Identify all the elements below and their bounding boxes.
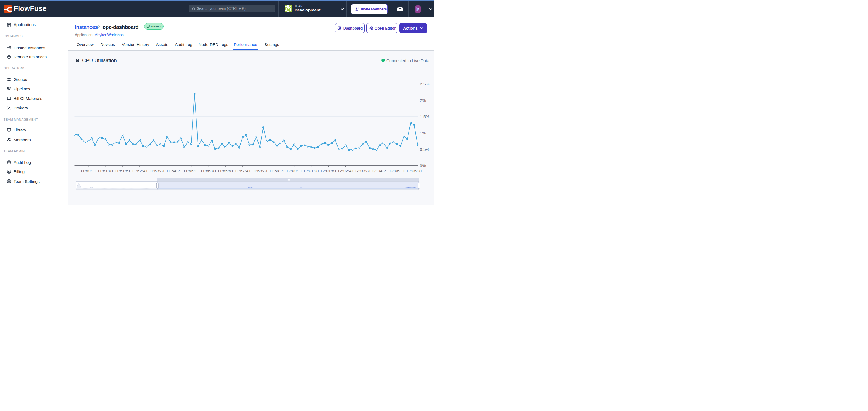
svg-text:11:53:31: 11:53:31 <box>149 169 165 173</box>
svg-text:11:57:41: 11:57:41 <box>235 169 251 173</box>
svg-text:12:01:51: 12:01:51 <box>320 169 337 173</box>
svg-text:2%: 2% <box>420 98 426 103</box>
svg-text:1%: 1% <box>420 131 426 135</box>
svg-text:11:51:51: 11:51:51 <box>115 169 130 173</box>
svg-text:11:50:11: 11:50:11 <box>81 169 96 173</box>
svg-text:11:58:31: 11:58:31 <box>252 169 268 173</box>
svg-text:11:56:51: 11:56:51 <box>217 169 234 173</box>
svg-text:12:00:11: 12:00:11 <box>286 169 302 173</box>
svg-text:1.5%: 1.5% <box>420 114 430 119</box>
svg-text:11:56:01: 11:56:01 <box>200 169 216 173</box>
svg-text:12:02:41: 12:02:41 <box>337 169 353 173</box>
svg-text:12:01:01: 12:01:01 <box>303 169 319 173</box>
svg-text:11:55:11: 11:55:11 <box>183 169 199 173</box>
svg-text:12:03:31: 12:03:31 <box>354 169 371 173</box>
svg-text:11:59:21: 11:59:21 <box>269 169 285 173</box>
svg-text:11:51:01: 11:51:01 <box>97 169 113 173</box>
svg-text:11:52:41: 11:52:41 <box>132 169 148 173</box>
svg-text:2.5%: 2.5% <box>420 82 430 86</box>
svg-text:0%: 0% <box>420 163 426 168</box>
svg-text:12:06:01: 12:06:01 <box>406 169 422 173</box>
svg-text:0.5%: 0.5% <box>420 147 430 151</box>
svg-text:11:54:21: 11:54:21 <box>166 169 182 173</box>
svg-text:12:05:11: 12:05:11 <box>389 169 405 173</box>
svg-text:12:04:21: 12:04:21 <box>372 169 388 173</box>
